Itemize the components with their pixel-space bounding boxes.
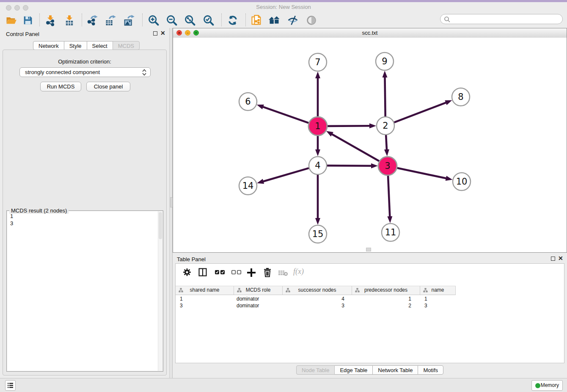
- graph-edge-3-11[interactable]: [388, 176, 390, 217]
- column-header-predecessor-nodes[interactable]: predecessor nodes: [352, 286, 420, 295]
- result-scrollbar[interactable]: [158, 211, 162, 371]
- network-window-titlebar[interactable]: ✕ − + scc.txt: [173, 28, 567, 38]
- mcds-result-text: 1 3: [10, 213, 13, 227]
- graph-edge-arrow-3-1: [326, 131, 333, 136]
- cell-predecessor-nodes[interactable]: 2: [352, 302, 420, 309]
- search-input[interactable]: [452, 15, 561, 24]
- toolbar-separator: [221, 14, 222, 26]
- export-image-icon[interactable]: [123, 14, 135, 26]
- memory-button[interactable]: Memory: [531, 380, 563, 391]
- select-all-checkboxes-icon[interactable]: [215, 268, 226, 277]
- network-graph[interactable]: 7968124314101511: [173, 38, 567, 252]
- graph-edge-1-6[interactable]: [262, 107, 308, 123]
- graph-edge-1-2[interactable]: [328, 126, 370, 126]
- vertical-splitter[interactable]: [169, 28, 173, 378]
- optimization-criterion-label: Optimization criterion:: [3, 58, 166, 65]
- import-network-icon[interactable]: [44, 14, 56, 26]
- toolbar-separator: [82, 14, 82, 26]
- tab-edge-table[interactable]: Edge Table: [334, 365, 373, 375]
- function-builder-icon: f(x): [293, 267, 304, 276]
- graph-node-label-4: 4: [315, 160, 320, 171]
- control-panel-close-icon[interactable]: ✕: [160, 30, 165, 36]
- control-panel-float-icon[interactable]: [153, 31, 157, 36]
- cell-name[interactable]: 1: [420, 295, 456, 302]
- graph-edge-3-10[interactable]: [397, 168, 447, 179]
- graph-edge-2-3[interactable]: [386, 135, 387, 150]
- tab-network-table[interactable]: Network Table: [372, 365, 418, 375]
- status-bar: Memory: [0, 378, 567, 392]
- task-history-button[interactable]: [5, 380, 16, 391]
- graph-edge-2-9[interactable]: [385, 77, 385, 116]
- control-panel-title: Control Panel: [6, 31, 39, 37]
- cell-successor-nodes[interactable]: 4: [283, 295, 352, 302]
- network-resize-grip[interactable]: [366, 248, 371, 251]
- copy-network-icon[interactable]: [250, 14, 262, 26]
- column-header-successor-nodes[interactable]: successor nodes: [283, 286, 352, 295]
- tab-network[interactable]: Network: [33, 41, 64, 50]
- tab-style[interactable]: Style: [64, 41, 87, 50]
- search-box[interactable]: [440, 14, 563, 24]
- export-network-icon[interactable]: [87, 14, 99, 26]
- add-column-icon[interactable]: [246, 268, 256, 278]
- graph-edge-4-3[interactable]: [327, 166, 372, 166]
- run-mcds-button[interactable]: Run MCDS: [40, 82, 81, 91]
- column-header-name[interactable]: name: [420, 286, 456, 295]
- cell-shared-name[interactable]: 3: [176, 302, 234, 309]
- graph-edge-arrow-2-8: [445, 100, 452, 105]
- network-canvas[interactable]: 7968124314101511: [173, 38, 567, 252]
- toolbar-separator: [39, 14, 40, 26]
- import-table-icon[interactable]: [63, 14, 75, 26]
- mcds-result-title: MCDS result (2 nodes): [9, 207, 69, 214]
- cell-predecessor-nodes[interactable]: 1: [352, 295, 420, 302]
- graph-edge-2-8[interactable]: [394, 102, 447, 122]
- memory-label: Memory: [541, 382, 559, 388]
- open-session-icon[interactable]: [5, 14, 17, 26]
- table-header-row: shared nameMCDS rolesuccessor nodesprede…: [176, 286, 456, 295]
- tab-mcds[interactable]: MCDS: [113, 41, 140, 50]
- table-panel-tabs: Node TableEdge TableNetwork TableMotifs: [173, 365, 567, 375]
- graph-node-label-9: 9: [382, 56, 387, 66]
- zoom-selected-icon[interactable]: [203, 14, 215, 26]
- graph-edge-arrow-4-14: [257, 179, 264, 184]
- graph-node-label-10: 10: [456, 177, 468, 187]
- tab-node-table[interactable]: Node Table: [296, 365, 335, 375]
- column-header-shared-name[interactable]: shared name: [176, 286, 234, 295]
- optimization-criterion-dropdown[interactable]: strongly connected component: [19, 67, 151, 77]
- memory-status-dot: [535, 383, 540, 388]
- table-row[interactable]: 3dominator323: [176, 302, 456, 309]
- tab-select[interactable]: Select: [87, 41, 113, 50]
- graph-edge-arrow-4-15: [315, 218, 320, 225]
- column-header-MCDS-role[interactable]: MCDS role: [234, 286, 283, 295]
- home-icon[interactable]: [268, 14, 280, 26]
- table-row[interactable]: 1dominator411: [176, 295, 456, 302]
- graph-edge-4-14[interactable]: [263, 168, 309, 182]
- column-view-icon[interactable]: [198, 268, 207, 277]
- graph-edge-arrow-1-6: [257, 105, 264, 109]
- export-table-icon[interactable]: [105, 14, 116, 26]
- cell-MCDS-role[interactable]: dominator: [234, 295, 283, 302]
- delete-column-icon[interactable]: [263, 268, 272, 278]
- zoom-out-icon[interactable]: [166, 14, 178, 26]
- hide-eye-icon[interactable]: [287, 14, 299, 26]
- tab-motifs[interactable]: Motifs: [418, 365, 443, 375]
- graph-edge-arrow-1-4: [315, 149, 320, 156]
- cell-MCDS-role[interactable]: dominator: [234, 302, 283, 309]
- refresh-icon[interactable]: [227, 14, 239, 26]
- close-panel-button[interactable]: Close panel: [86, 82, 130, 91]
- gear-icon[interactable]: [182, 268, 192, 277]
- table-panel-float-icon[interactable]: [551, 257, 555, 261]
- cell-successor-nodes[interactable]: 3: [283, 302, 352, 309]
- unselect-all-checkboxes-icon[interactable]: [231, 268, 242, 277]
- cell-name[interactable]: 3: [420, 302, 456, 309]
- graph-node-label-1: 1: [315, 121, 320, 131]
- table-toolbar: f(x): [176, 264, 564, 282]
- zoom-in-icon[interactable]: [148, 14, 160, 26]
- mcds-result-box: 1 3 MCDS result (2 nodes): [6, 210, 163, 372]
- graph-edge-3-1[interactable]: [331, 134, 379, 161]
- cell-shared-name[interactable]: 1: [176, 295, 234, 302]
- mcds-result-area[interactable]: 1 3: [7, 211, 162, 371]
- control-panel: Control Panel ✕ NetworkStyleSelectMCDS O…: [0, 28, 169, 378]
- table-panel-close-icon[interactable]: ✕: [558, 255, 563, 262]
- save-session-icon[interactable]: [22, 14, 34, 26]
- zoom-fit-icon[interactable]: [184, 14, 196, 26]
